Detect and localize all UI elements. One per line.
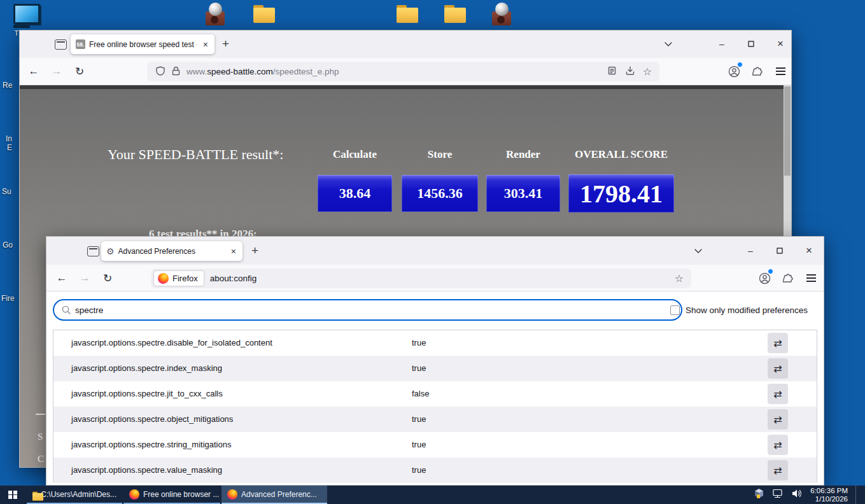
- firefox-logo-icon: [227, 489, 237, 500]
- minimize-button[interactable]: –: [715, 37, 729, 51]
- toggle-pref-button[interactable]: ⇄: [768, 460, 788, 480]
- scrollbar-thumb[interactable]: [784, 87, 791, 176]
- minimize-button[interactable]: –: [743, 244, 757, 258]
- folder-icon: [444, 5, 466, 23]
- show-modified-checkbox[interactable]: [670, 305, 680, 315]
- notification-dot: [768, 269, 773, 274]
- save-icon[interactable]: [626, 66, 635, 77]
- folder-icon: [32, 492, 35, 497]
- extensions-icon[interactable]: [749, 63, 766, 80]
- toggle-pref-button[interactable]: ⇄: [768, 435, 788, 455]
- maximize-button[interactable]: [773, 244, 787, 258]
- extensions-icon[interactable]: [780, 270, 796, 286]
- tab-favicon: 58.: [76, 39, 85, 49]
- url-text: www.speed-battle.com/speedtest_e.php: [186, 67, 339, 76]
- taskbar-item-firefox-speedtest[interactable]: Free online browser ...: [123, 486, 220, 504]
- pref-name: javascript.options.spectre.string_mitiga…: [71, 432, 231, 458]
- pref-value: true: [412, 407, 426, 432]
- desktop-label-fragment: Fire: [1, 294, 15, 303]
- desktop-label-fragment: E: [7, 143, 12, 152]
- lock-icon[interactable]: [172, 66, 180, 78]
- menu-hamburger-icon[interactable]: [803, 270, 819, 286]
- toggle-pref-button[interactable]: ⇄: [768, 384, 788, 404]
- folder-icon: [397, 5, 418, 23]
- tab-advanced-preferences[interactable]: ⚙ Advanced Preferences ×: [101, 241, 243, 261]
- search-icon: [62, 305, 71, 317]
- firefox-logo-icon: [129, 489, 139, 500]
- desktop-icon-firefox-box-2[interactable]: [478, 3, 525, 27]
- pref-row[interactable]: javascript.options.spectre.value_masking…: [53, 458, 817, 483]
- taskbar-item-explorer[interactable]: C:\Users\Admin\Des...: [27, 486, 122, 504]
- new-tab-button[interactable]: +: [251, 244, 258, 258]
- search-input[interactable]: [53, 299, 682, 321]
- close-button[interactable]: ×: [802, 244, 816, 258]
- back-icon[interactable]: ←: [53, 270, 70, 286]
- column-header-calculate: Calculate: [318, 148, 392, 161]
- taskbar-item-label: Advanced Preferenc...: [241, 490, 317, 499]
- chip-label: Firefox: [172, 274, 198, 283]
- bookmark-star-icon[interactable]: ☆: [675, 272, 684, 284]
- page-top-bar: [20, 85, 784, 89]
- desktop-icon-folder-2[interactable]: [384, 5, 431, 23]
- reader-mode-icon[interactable]: [608, 66, 616, 77]
- taskbar: C:\Users\Admin\Des... Free online browse…: [0, 486, 865, 504]
- score-box-overall: 1798.41: [568, 174, 674, 213]
- shield-icon[interactable]: [156, 66, 165, 78]
- bookmark-star-icon[interactable]: ☆: [643, 66, 652, 78]
- pref-name: javascript.options.spectre.index_masking: [71, 356, 222, 381]
- taskbar-clock[interactable]: 6:06:36 PM 1/10/2026: [810, 487, 848, 503]
- page-text-fragment: S: [38, 431, 43, 442]
- pref-row[interactable]: javascript.options.spectre.jit_to_cxx_ca…: [53, 381, 817, 407]
- reload-icon[interactable]: ↻: [99, 270, 116, 286]
- url-bar[interactable]: Firefox about:config ☆: [151, 269, 691, 288]
- desktop-label-fragment: In: [6, 134, 12, 143]
- virtualbox-tray-icon[interactable]: [754, 488, 764, 501]
- show-modified-label[interactable]: Show only modified preferences: [686, 305, 808, 316]
- column-header-overall: OVERALL SCORE: [568, 148, 674, 161]
- start-button[interactable]: [0, 486, 25, 504]
- taskbar-item-firefox-config[interactable]: Advanced Preferenc...: [222, 486, 327, 504]
- account-icon[interactable]: [726, 63, 742, 80]
- forward-icon[interactable]: →: [76, 270, 93, 286]
- new-tab-button[interactable]: +: [222, 37, 229, 51]
- pref-name: javascript.options.spectre.disable_for_i…: [71, 330, 272, 356]
- volume-tray-icon[interactable]: [791, 489, 803, 501]
- pref-value: true: [412, 330, 426, 356]
- network-tray-icon[interactable]: [772, 489, 784, 501]
- page-text-fragment: C: [38, 454, 44, 465]
- pref-row[interactable]: javascript.options.spectre.index_masking…: [53, 356, 817, 381]
- reload-icon[interactable]: ↻: [71, 63, 88, 80]
- desktop-icon-folder-1[interactable]: [241, 5, 288, 23]
- window-about-config: ⚙ Advanced Preferences × + – × ← → ↻ Fir…: [46, 236, 824, 486]
- forward-icon[interactable]: →: [48, 63, 65, 80]
- pref-name: javascript.options.spectre.jit_to_cxx_ca…: [71, 381, 223, 407]
- tab-title: Free online browser speed test -: [89, 40, 197, 49]
- firefox-view-icon[interactable]: [55, 39, 67, 50]
- firefox-view-icon[interactable]: [87, 246, 99, 256]
- toggle-pref-button[interactable]: ⇄: [768, 358, 788, 379]
- url-bar[interactable]: www.speed-battle.com/speedtest_e.php ☆: [147, 62, 659, 81]
- maximize-button[interactable]: [744, 37, 758, 51]
- folder-icon: [253, 5, 275, 23]
- score-box-store: 1456.36: [402, 175, 478, 212]
- account-icon[interactable]: [756, 270, 773, 286]
- menu-hamburger-icon[interactable]: [772, 63, 789, 80]
- firefox-box-icon: [203, 3, 227, 27]
- pref-row[interactable]: javascript.options.spectre.object_mitiga…: [53, 407, 817, 432]
- list-tabs-chevron-icon[interactable]: [661, 37, 675, 51]
- back-icon[interactable]: ←: [25, 63, 42, 80]
- desktop-icon-firefox-box-1[interactable]: [192, 3, 239, 27]
- pref-row[interactable]: javascript.options.spectre.disable_for_i…: [53, 330, 817, 356]
- tab-close-icon[interactable]: ×: [202, 39, 209, 50]
- desktop-icon-folder-3[interactable]: [432, 5, 479, 23]
- show-desktop-button[interactable]: [855, 486, 860, 504]
- tab-speed-test[interactable]: 58. Free online browser speed test - ×: [71, 34, 214, 54]
- result-title: Your SPEED-BATTLE result*:: [108, 146, 283, 163]
- list-tabs-chevron-icon[interactable]: [691, 244, 705, 258]
- pref-row[interactable]: javascript.options.spectre.string_mitiga…: [53, 432, 817, 458]
- toggle-pref-button[interactable]: ⇄: [768, 409, 788, 430]
- pref-value: false: [412, 381, 429, 407]
- close-button[interactable]: ×: [773, 37, 787, 51]
- toggle-pref-button[interactable]: ⇄: [768, 333, 788, 353]
- tab-close-icon[interactable]: ×: [230, 246, 237, 256]
